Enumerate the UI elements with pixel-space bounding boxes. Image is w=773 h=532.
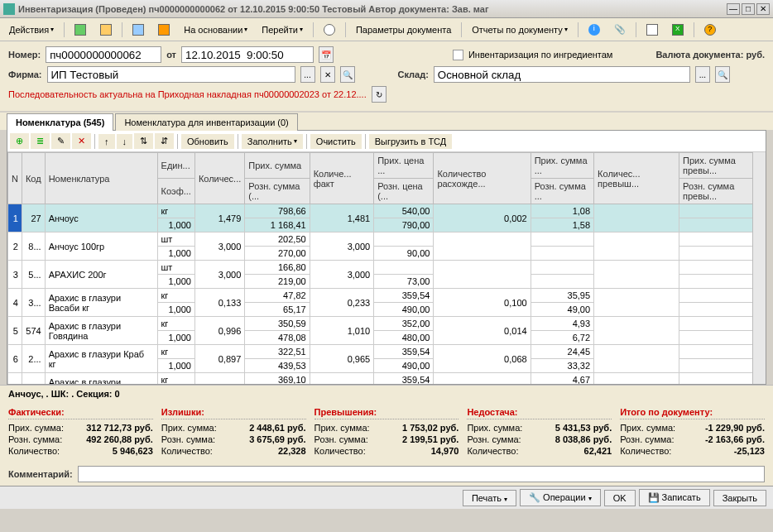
- doc-reports-menu[interactable]: Отчеты по документу ▾: [466, 22, 573, 37]
- add-row-icon[interactable]: ⊕: [10, 133, 29, 149]
- firm-label: Фирма:: [8, 69, 42, 79]
- tab-nomenclature[interactable]: Номенклатура (545): [7, 113, 113, 131]
- clear-button[interactable]: Очистить: [310, 134, 362, 149]
- table-row[interactable]: 35... АРАХИС 200гшт3,000 166,803,000: [8, 261, 766, 275]
- app-icon: [3, 3, 15, 15]
- help-icon[interactable]: ?: [699, 22, 722, 38]
- col-rozn-sum2[interactable]: Розн. сумма ...: [531, 179, 593, 204]
- close-button[interactable]: ✕: [756, 3, 770, 15]
- close-form-button[interactable]: Закрыть: [713, 490, 766, 506]
- col-prih-sum2[interactable]: Прих. сумма ...: [531, 153, 593, 179]
- add-copy-icon[interactable]: ≣: [31, 133, 50, 149]
- warehouse-search-button[interactable]: 🔍: [715, 66, 730, 83]
- number-input[interactable]: [46, 46, 161, 63]
- bottom-bar: Печать ▾ 🔧 Операции ▾ OK 💾 Записать Закр…: [0, 486, 773, 509]
- window-title: Инвентаризация (Проведен) пч000000000006…: [18, 4, 727, 14]
- totals-header: Итого по документу:: [620, 407, 765, 419]
- operations-menu[interactable]: 🔧 Операции ▾: [520, 489, 601, 506]
- ingredients-label: Инвентаризация по ингредиентам: [468, 50, 613, 60]
- data-grid[interactable]: N Код Номенклатура Един... Количес... Пр…: [7, 152, 766, 384]
- tb-icon-3[interactable]: [127, 22, 150, 38]
- tb-icon-2[interactable]: [94, 22, 118, 38]
- grid-toolbar: ⊕ ≣ ✎ ✕ ↑ ↓ ⇅ ⇵ Обновить Заполнить ▾ Очи…: [7, 131, 766, 152]
- firm-search-button[interactable]: 🔍: [340, 66, 355, 83]
- goto-menu[interactable]: Перейти ▾: [256, 22, 309, 37]
- sort-desc-icon[interactable]: ⇵: [155, 133, 174, 149]
- attach-icon[interactable]: 📎: [608, 22, 631, 37]
- grid-container: N Код Номенклатура Един... Количес... Пр…: [7, 152, 766, 384]
- col-qty-over[interactable]: Количес... превыш...: [594, 153, 679, 204]
- col-code[interactable]: Код: [22, 153, 45, 204]
- col-rozn-price[interactable]: Розн. цена (...: [374, 179, 434, 204]
- move-down-icon[interactable]: ↓: [117, 134, 133, 149]
- edit-row-icon[interactable]: ✎: [51, 133, 70, 149]
- maximize-button[interactable]: □: [742, 3, 755, 15]
- comment-label: Комментарий:: [8, 469, 73, 479]
- col-prih-price[interactable]: Прих. цена ...: [374, 153, 434, 179]
- totals-panel: Фактически: Прих. сумма:312 712,73 руб. …: [0, 402, 773, 463]
- list-icon[interactable]: [641, 22, 664, 38]
- col-n[interactable]: N: [8, 153, 22, 204]
- table-row[interactable]: 5574 Арахис в глазури Говядинакг0,996 35…: [8, 317, 766, 331]
- warehouse-input[interactable]: [434, 66, 690, 83]
- firm-clear-button[interactable]: ✕: [320, 66, 335, 83]
- tb-icon-4[interactable]: [152, 22, 175, 38]
- fill-menu[interactable]: Заполнить ▾: [242, 134, 303, 149]
- totals-header: Излишки:: [161, 407, 306, 419]
- firm-select-button[interactable]: ...: [300, 66, 315, 83]
- ok-button[interactable]: OK: [604, 490, 636, 506]
- firm-input[interactable]: [47, 66, 295, 83]
- table-row[interactable]: 43... Арахис в глазури Васаби кгкг0,133 …: [8, 289, 766, 303]
- table-row[interactable]: 127 Анчоускг1,479 798,661,481 540,000,00…: [8, 204, 766, 218]
- col-qty[interactable]: Количес...: [194, 153, 244, 204]
- date-input[interactable]: [181, 46, 314, 63]
- move-up-icon[interactable]: ↑: [98, 134, 115, 149]
- clock-icon[interactable]: [318, 22, 341, 38]
- vertical-scrollbar[interactable]: [752, 152, 766, 384]
- col-prih-sum[interactable]: Прих. сумма: [245, 153, 310, 179]
- col-rozn-sum[interactable]: Розн. сумма (...: [245, 179, 310, 204]
- table-row[interactable]: 28... Анчоус 100гршт3,000 202,503,000: [8, 232, 766, 247]
- minimize-button[interactable]: —: [727, 3, 740, 15]
- currency-label: Валюта документа: руб.: [655, 50, 765, 60]
- based-on-menu[interactable]: На основании ▾: [178, 22, 253, 37]
- comment-input[interactable]: [78, 466, 765, 482]
- from-label: от: [166, 50, 176, 60]
- col-qty-fact[interactable]: Количе... факт: [310, 153, 374, 204]
- totals-header: Превышения:: [314, 407, 459, 419]
- info-icon[interactable]: i: [583, 22, 606, 38]
- col-unit[interactable]: Един...: [157, 153, 194, 179]
- sequence-refresh-button[interactable]: ↻: [372, 86, 386, 103]
- sort-asc-icon[interactable]: ⇅: [134, 133, 153, 149]
- save-button[interactable]: 💾 Записать: [639, 489, 710, 506]
- warehouse-select-button[interactable]: ...: [695, 66, 710, 83]
- excel-icon[interactable]: X: [666, 22, 689, 38]
- totals-column: Превышения: Прих. сумма:1 753,02 руб. Ро…: [314, 407, 459, 458]
- doc-params-button[interactable]: Параметры документа: [350, 22, 457, 37]
- col-nomen[interactable]: Номенклатура: [45, 153, 157, 204]
- actions-menu[interactable]: Действия ▾: [3, 22, 60, 37]
- col-coef[interactable]: Коэф...: [157, 179, 194, 204]
- tabs: Номенклатура (545) Номенклатура для инве…: [0, 113, 773, 130]
- form-header: Номер: от 📅 Инвентаризация по ингредиент…: [0, 41, 773, 111]
- comment-row: Комментарий:: [0, 463, 773, 486]
- tab-nomenclature-inv[interactable]: Номенклатура для инвентаризации (0): [115, 113, 297, 131]
- refresh-button[interactable]: Обновить: [181, 134, 234, 149]
- tab-content: ⊕ ≣ ✎ ✕ ↑ ↓ ⇅ ⇵ Обновить Заполнить ▾ Очи…: [7, 130, 766, 385]
- delete-row-icon[interactable]: ✕: [72, 133, 91, 149]
- table-row[interactable]: 62... Арахис в глазури Краб кгкг0,897 32…: [8, 345, 766, 359]
- tb-icon-1[interactable]: [69, 22, 92, 38]
- ingredients-checkbox[interactable]: [453, 50, 463, 60]
- col-qty-diff[interactable]: Количество расхожде...: [434, 153, 531, 204]
- selection-summary: Анчоус, . ШК: . Секция: 0: [0, 385, 773, 402]
- number-label: Номер:: [8, 50, 41, 60]
- main-toolbar: Действия ▾ На основании ▾ Перейти ▾ Пара…: [0, 18, 773, 41]
- totals-column: Фактически: Прих. сумма:312 712,73 руб. …: [8, 407, 153, 458]
- export-tsd-button[interactable]: Выгрузить в ТСД: [369, 134, 453, 149]
- print-menu[interactable]: Печать ▾: [463, 490, 516, 506]
- totals-column: Излишки: Прих. сумма:2 448,61 руб. Розн.…: [161, 407, 306, 458]
- date-picker-button[interactable]: 📅: [319, 46, 334, 63]
- sequence-link[interactable]: Последовательность актуальна на Приходна…: [8, 89, 367, 99]
- totals-header: Фактически:: [8, 407, 153, 419]
- table-row[interactable]: 75 Арахис в глазури Креветкикг1,030 369,…: [8, 373, 766, 385]
